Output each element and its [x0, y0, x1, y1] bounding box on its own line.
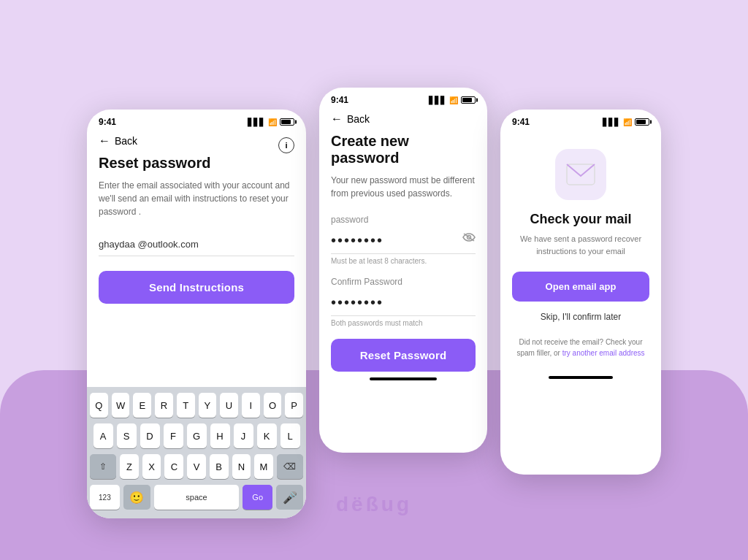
screen2-content: Create new password Your new password mu… [319, 133, 487, 372]
screen-create-password: 9:41 ▋▋▋ 📶 ← Back Create new password Yo… [319, 88, 487, 453]
kb-row-1: Q W E R T Y U I O P [90, 393, 303, 418]
back-button-1[interactable]: ← Back [87, 130, 306, 155]
space-key[interactable]: space [154, 485, 240, 510]
password-row: •••••••• [331, 228, 476, 254]
key-a[interactable]: A [94, 423, 113, 448]
reset-password-button[interactable]: Reset Password [331, 339, 476, 372]
key-l[interactable]: L [280, 423, 300, 448]
key-v[interactable]: V [187, 454, 206, 479]
home-indicator-2 [370, 377, 437, 380]
screen3-content: Check your mail We have sent a password … [500, 130, 661, 370]
key-h[interactable]: H [210, 423, 230, 448]
watermark: dëßug [336, 493, 412, 516]
home-indicator-3 [549, 376, 613, 379]
num-key[interactable]: 123 [90, 485, 120, 510]
password-label: password [331, 215, 476, 225]
shift-key[interactable]: ⇧ [90, 454, 116, 479]
kb-special-row: 123 🙂 space Go 🎤 [90, 485, 303, 510]
email-input[interactable] [99, 233, 294, 256]
key-z[interactable]: Z [120, 454, 139, 479]
check-mail-subtitle: We have sent a password recover instruct… [512, 233, 649, 257]
keyboard: Q W E R T Y U I O P A S D F G H J K L [87, 387, 306, 518]
key-t[interactable]: T [177, 393, 195, 418]
key-f[interactable]: F [164, 423, 183, 448]
screen2-title: Create new password [331, 133, 476, 166]
info-icon-1[interactable]: i [278, 137, 294, 153]
try-another-email-link[interactable]: try another email address [562, 349, 645, 357]
key-p[interactable]: P [285, 393, 303, 418]
send-instructions-button[interactable]: Send Instructions [99, 271, 294, 304]
status-icons-1: ▋▋▋ 📶 [248, 118, 294, 126]
screen2-subtitle: Your new password must be different from… [331, 174, 476, 200]
back-label-1: Back [115, 135, 137, 147]
check-mail-title: Check your mail [530, 212, 631, 227]
back-label-2: Back [347, 113, 370, 125]
key-r[interactable]: R [155, 393, 173, 418]
key-j[interactable]: J [234, 423, 253, 448]
key-i[interactable]: I [242, 393, 260, 418]
key-m[interactable]: M [254, 454, 273, 479]
bottom-note: Did not receive the email? Check your sp… [512, 337, 649, 358]
confirm-hint: Both passwords must match [331, 319, 476, 327]
password-hint: Must be at least 8 characters. [331, 257, 476, 265]
signal-icon-1: ▋▋▋ [248, 118, 265, 126]
key-w[interactable]: W [112, 393, 130, 418]
signal-icon-2: ▋▋▋ [429, 96, 446, 104]
key-y[interactable]: Y [199, 393, 217, 418]
skip-link[interactable]: Skip, I'll confirm later [541, 312, 621, 322]
confirm-label: Confirm Password [331, 277, 476, 287]
status-bar-2: 9:41 ▋▋▋ 📶 [319, 88, 487, 108]
screen1-title: Reset password [99, 155, 294, 172]
battery-icon-1 [280, 118, 294, 126]
go-key[interactable]: Go [243, 485, 272, 510]
key-u[interactable]: U [220, 393, 238, 418]
confirm-dots: •••••••• [331, 290, 476, 316]
mail-icon-container [555, 149, 606, 200]
screen1-content: Reset password Enter the email associate… [87, 155, 306, 304]
kb-row-3: ⇧ Z X C V B N M ⌫ [90, 454, 303, 479]
back-arrow-2: ← [331, 112, 343, 126]
key-e[interactable]: E [133, 393, 151, 418]
screens-container: 9:41 ▋▋▋ 📶 ← Back i Reset password Enter… [0, 0, 748, 560]
battery-icon-3 [635, 118, 649, 126]
screen-check-mail: 9:41 ▋▋▋ 📶 Check [500, 110, 661, 475]
open-email-button[interactable]: Open email app [512, 272, 649, 302]
screen-reset-password: 9:41 ▋▋▋ 📶 ← Back i Reset password Enter… [87, 110, 306, 518]
key-c[interactable]: C [164, 454, 183, 479]
time-3: 9:41 [512, 117, 530, 127]
key-q[interactable]: Q [90, 393, 108, 418]
mic-key[interactable]: 🎤 [276, 485, 303, 510]
time-2: 9:41 [331, 95, 348, 105]
status-bar-3: 9:41 ▋▋▋ 📶 [500, 110, 661, 130]
wifi-icon-3: 📶 [623, 118, 632, 126]
status-bar-1: 9:41 ▋▋▋ 📶 [87, 110, 306, 130]
emoji-key[interactable]: 🙂 [123, 485, 150, 510]
key-n[interactable]: N [232, 454, 251, 479]
signal-icon-3: ▋▋▋ [603, 118, 620, 126]
back-arrow-1: ← [99, 134, 110, 147]
wifi-icon-2: 📶 [449, 96, 458, 104]
time-1: 9:41 [99, 117, 116, 127]
mail-icon [566, 164, 595, 185]
key-b[interactable]: B [210, 454, 229, 479]
wifi-icon-1: 📶 [268, 118, 277, 126]
key-g[interactable]: G [187, 423, 207, 448]
eye-icon[interactable] [462, 232, 476, 245]
password-dots: •••••••• [331, 228, 476, 254]
screen1-subtitle: Enter the email associated with your acc… [99, 179, 294, 218]
kb-row-2: A S D F G H J K L [90, 423, 303, 448]
key-d[interactable]: D [140, 423, 160, 448]
status-icons-3: ▋▋▋ 📶 [603, 118, 649, 126]
key-k[interactable]: K [257, 423, 277, 448]
back-button-2[interactable]: ← Back [319, 108, 487, 133]
key-o[interactable]: O [264, 393, 282, 418]
backspace-key[interactable]: ⌫ [277, 454, 303, 479]
battery-icon-2 [461, 96, 476, 104]
key-x[interactable]: X [142, 454, 161, 479]
status-icons-2: ▋▋▋ 📶 [429, 96, 476, 104]
key-s[interactable]: S [117, 423, 137, 448]
